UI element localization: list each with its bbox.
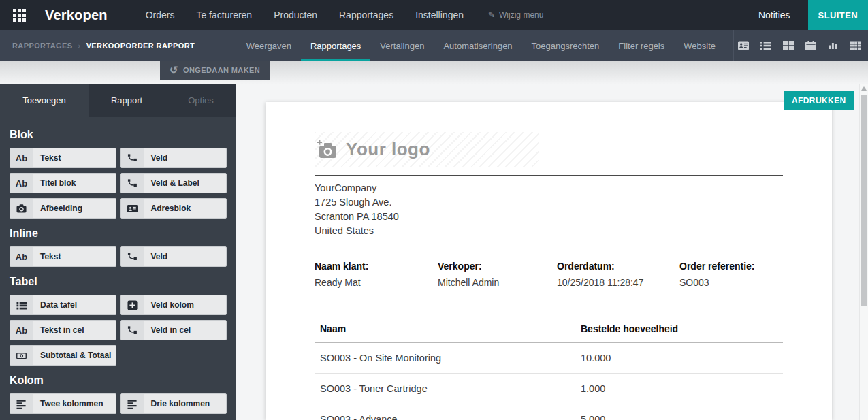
view-switcher — [738, 41, 861, 50]
company-city: Scranton PA 18540 — [315, 210, 783, 224]
company-address-block[interactable]: YourCompany 1725 Slough Ave. Scranton PA… — [315, 181, 783, 238]
section-title-tabel: Tabel — [10, 276, 227, 288]
component-afbeelding[interactable]: Afbeelding — [10, 198, 116, 219]
field-icon — [121, 148, 144, 167]
undo-label: ONGEDAAN MAKEN — [183, 66, 260, 74]
cell-quantity[interactable]: 1.000 — [575, 374, 783, 404]
component-inline-tekst[interactable]: Ab Tekst — [10, 246, 116, 267]
column-header-naam[interactable]: Naam — [315, 314, 575, 343]
scroll-up-arrow[interactable] — [861, 86, 867, 91]
report-page: Your logo YourCompany 1725 Slough Ave. S… — [266, 102, 832, 420]
notities-button[interactable]: Notities — [758, 10, 790, 20]
component-adresblok[interactable]: Adresblok — [120, 198, 227, 219]
table-row: SO003 - Toner Cartridge 1.000 — [315, 374, 783, 404]
calendar-view-icon[interactable] — [805, 41, 816, 50]
header-divider — [315, 175, 783, 176]
section-title-blok: Blok — [10, 129, 227, 141]
camera-plus-icon — [317, 140, 338, 159]
studio-subbar: RAPPORTAGES › VERKOOPORDER RAPPORT Weerg… — [0, 30, 868, 61]
breadcrumb-current: VERKOOPORDER RAPPORT — [86, 42, 195, 50]
kanban-view-icon[interactable] — [783, 41, 794, 50]
data-table-icon — [10, 295, 33, 314]
breadcrumb-separator: › — [78, 42, 81, 50]
tab-automatiseringen[interactable]: Automatiseringen — [434, 30, 521, 61]
order-info-row: Naam klant: Ready Mat Verkoper: Mitchell… — [315, 261, 783, 288]
vertical-scrollbar[interactable] — [859, 84, 868, 420]
graph-view-icon[interactable] — [828, 41, 839, 50]
component-inline-veld[interactable]: Veld — [120, 246, 227, 267]
columns-icon — [10, 394, 33, 413]
table-row: SO003 - On Site Monitoring 10.000 — [315, 343, 783, 374]
info-orderdatum[interactable]: Orderdatum: 10/25/2018 11:28:47 — [557, 261, 679, 288]
component-tekst-in-cel[interactable]: Ab Tekst in cel — [10, 320, 116, 340]
component-drie-kolommen[interactable]: Drie kolommen — [120, 393, 227, 414]
company-country: United States — [315, 224, 783, 238]
component-data-tafel[interactable]: Data tafel — [10, 295, 116, 315]
edit-menu-label: Wijzig menu — [499, 10, 543, 20]
list-view-icon[interactable] — [760, 41, 771, 50]
logo-placeholder[interactable]: Your logo — [315, 132, 539, 167]
field-icon — [121, 247, 144, 266]
cell-product-name[interactable]: SO003 - Toner Cartridge — [315, 374, 575, 404]
menu-item-producten[interactable]: Producten — [274, 10, 317, 20]
component-subtotaal-totaal[interactable]: Subtotaal & Totaal — [10, 345, 116, 366]
field-icon — [121, 174, 144, 193]
menu-item-te-factureren[interactable]: Te factureren — [196, 10, 252, 20]
menu-item-instellingen[interactable]: Instellingen — [415, 10, 464, 20]
tab-filter-regels[interactable]: Filter regels — [609, 30, 674, 61]
print-button[interactable]: AFDRUKKEN — [784, 91, 854, 110]
breadcrumb: RAPPORTAGES › VERKOOPORDER RAPPORT — [12, 42, 195, 50]
component-twee-kolommen[interactable]: Twee kolommen — [10, 393, 116, 414]
breadcrumb-rapportages[interactable]: RAPPORTAGES — [12, 42, 73, 50]
undo-button[interactable]: ↺ ONGEDAAN MAKEN — [160, 61, 270, 80]
money-icon — [10, 346, 33, 365]
pivot-view-icon[interactable] — [850, 41, 861, 50]
tab-website[interactable]: Website — [674, 30, 725, 61]
cell-product-name[interactable]: SO003 - Advance — [315, 404, 575, 420]
divider — [733, 30, 734, 61]
studio-tabs: Weergaven Rapportages Vertalingen Automa… — [237, 30, 725, 61]
cell-quantity[interactable]: 5.000 — [575, 404, 783, 420]
company-street: 1725 Slough Ave. — [315, 195, 783, 210]
cell-product-name[interactable]: SO003 - On Site Monitoring — [315, 343, 575, 374]
menu-item-orders[interactable]: Orders — [146, 10, 175, 20]
apps-grid-icon[interactable] — [13, 9, 28, 22]
contact-card-view-icon[interactable] — [738, 41, 749, 50]
tab-toegangsrechten[interactable]: Toegangsrechten — [522, 30, 609, 61]
order-lines-table: Naam Bestelde hoeveelheid SO003 - On Sit… — [315, 314, 783, 420]
component-tekst[interactable]: Ab Tekst — [10, 148, 116, 168]
close-studio-button[interactable]: SLUITEN — [808, 0, 868, 30]
component-veld-in-cel[interactable]: Veld in cel — [120, 320, 227, 340]
tab-vertalingen[interactable]: Vertalingen — [370, 30, 434, 61]
editor-sidebar: Toevoegen Rapport Opties Blok Ab Tekst V… — [0, 84, 236, 420]
scrollbar-thumb[interactable] — [861, 95, 867, 306]
sidebar-tab-toevoegen[interactable]: Toevoegen — [0, 84, 89, 117]
text-icon: Ab — [10, 148, 33, 167]
info-order-referentie[interactable]: Order referentie: SO003 — [679, 261, 754, 288]
company-name: YourCompany — [315, 181, 783, 195]
info-klant[interactable]: Naam klant: Ready Mat — [315, 261, 438, 288]
content-top-shadow — [0, 61, 868, 84]
camera-icon — [10, 199, 33, 218]
sidebar-tab-rapport[interactable]: Rapport — [89, 84, 165, 117]
top-menu: Orders Te factureren Producten Rapportag… — [146, 10, 464, 20]
tab-weergaven[interactable]: Weergaven — [237, 30, 301, 61]
sidebar-tabs: Toevoegen Rapport Opties — [0, 84, 236, 117]
component-titel-blok[interactable]: Ab Titel blok — [10, 173, 116, 193]
undo-icon: ↺ — [170, 65, 178, 75]
columns-icon — [121, 394, 144, 413]
tab-rapportages[interactable]: Rapportages — [301, 30, 370, 61]
component-veld[interactable]: Veld — [120, 148, 227, 168]
component-veld-label[interactable]: Veld & Label — [120, 173, 227, 193]
edit-menu-button[interactable]: ✎ Wijzig menu — [488, 10, 543, 20]
cell-quantity[interactable]: 10.000 — [575, 343, 783, 374]
text-icon: Ab — [10, 174, 33, 193]
column-header-hoeveelheid[interactable]: Bestelde hoeveelheid — [575, 314, 783, 343]
sidebar-tab-opties[interactable]: Opties — [165, 84, 236, 117]
table-row: SO003 - Advance 5.000 — [315, 404, 783, 420]
plus-square-icon — [121, 295, 144, 314]
info-verkoper[interactable]: Verkoper: Mitchell Admin — [438, 261, 557, 288]
component-veld-kolom[interactable]: Veld kolom — [120, 295, 227, 315]
text-icon: Ab — [10, 247, 33, 266]
menu-item-rapportages[interactable]: Rapportages — [339, 10, 393, 20]
